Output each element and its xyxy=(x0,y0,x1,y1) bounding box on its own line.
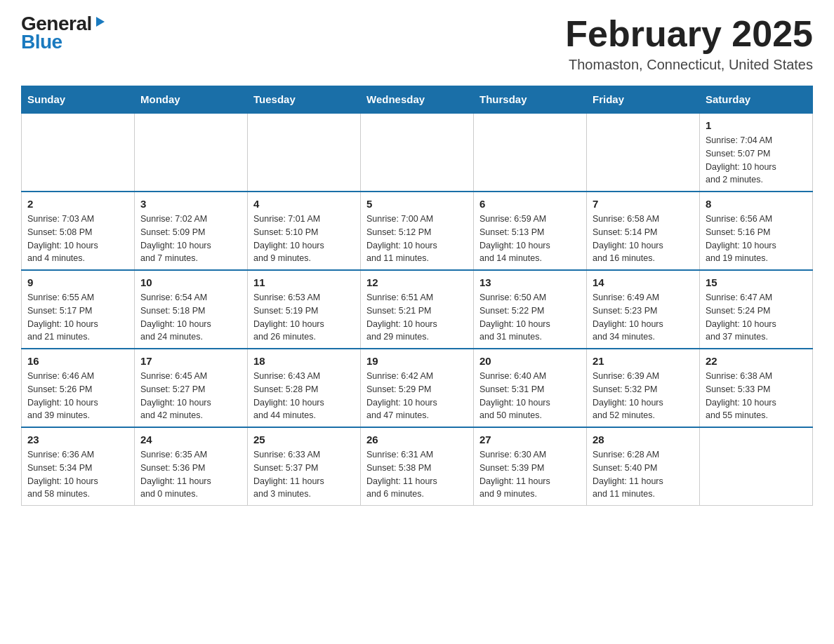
calendar-cell: 7Sunrise: 6:58 AMSunset: 5:14 PMDaylight… xyxy=(587,192,700,270)
day-info: Sunrise: 7:03 AMSunset: 5:08 PMDaylight:… xyxy=(27,213,128,265)
day-number: 22 xyxy=(706,355,807,367)
day-info: Sunrise: 6:51 AMSunset: 5:21 PMDaylight:… xyxy=(366,291,468,344)
day-number: 10 xyxy=(140,276,241,288)
calendar-cell: 5Sunrise: 7:00 AMSunset: 5:12 PMDaylight… xyxy=(361,192,474,270)
day-number: 24 xyxy=(140,434,241,445)
day-number: 18 xyxy=(253,355,355,367)
calendar-header-monday: Monday xyxy=(135,86,248,114)
calendar-cell xyxy=(474,113,587,192)
day-info: Sunrise: 7:00 AMSunset: 5:12 PMDaylight:… xyxy=(366,213,468,265)
day-info: Sunrise: 6:46 AMSunset: 5:26 PMDaylight:… xyxy=(27,370,128,422)
day-number: 26 xyxy=(366,434,468,445)
calendar-cell: 24Sunrise: 6:35 AMSunset: 5:36 PMDayligh… xyxy=(135,427,248,506)
day-number: 1 xyxy=(706,119,807,131)
calendar-week-row-2: 2Sunrise: 7:03 AMSunset: 5:08 PMDaylight… xyxy=(22,192,813,270)
day-info: Sunrise: 6:33 AMSunset: 5:37 PMDaylight:… xyxy=(253,448,355,501)
calendar-cell: 17Sunrise: 6:45 AMSunset: 5:27 PMDayligh… xyxy=(135,349,248,427)
calendar-cell: 25Sunrise: 6:33 AMSunset: 5:37 PMDayligh… xyxy=(248,427,361,506)
day-number: 23 xyxy=(27,434,128,445)
day-info: Sunrise: 6:36 AMSunset: 5:34 PMDaylight:… xyxy=(27,448,128,501)
calendar-cell xyxy=(361,113,474,192)
day-info: Sunrise: 6:59 AMSunset: 5:13 PMDaylight:… xyxy=(479,213,581,265)
day-number: 13 xyxy=(479,276,581,288)
calendar-header-sunday: Sunday xyxy=(22,86,135,114)
svg-marker-0 xyxy=(96,17,105,27)
calendar-header-tuesday: Tuesday xyxy=(248,86,361,114)
calendar-cell: 18Sunrise: 6:43 AMSunset: 5:28 PMDayligh… xyxy=(248,349,361,427)
logo-area: General Blue xyxy=(21,14,106,52)
day-info: Sunrise: 6:54 AMSunset: 5:18 PMDaylight:… xyxy=(140,291,241,344)
calendar-cell: 9Sunrise: 6:55 AMSunset: 5:17 PMDaylight… xyxy=(22,270,135,349)
day-info: Sunrise: 6:30 AMSunset: 5:39 PMDaylight:… xyxy=(479,448,581,501)
calendar-cell: 3Sunrise: 7:02 AMSunset: 5:09 PMDaylight… xyxy=(135,192,248,270)
day-number: 3 xyxy=(140,198,241,210)
day-info: Sunrise: 6:40 AMSunset: 5:31 PMDaylight:… xyxy=(479,370,581,422)
calendar-cell: 2Sunrise: 7:03 AMSunset: 5:08 PMDaylight… xyxy=(22,192,135,270)
calendar-header-saturday: Saturday xyxy=(700,86,813,114)
day-info: Sunrise: 6:49 AMSunset: 5:23 PMDaylight:… xyxy=(593,291,694,344)
calendar-cell: 10Sunrise: 6:54 AMSunset: 5:18 PMDayligh… xyxy=(135,270,248,349)
calendar-subtitle: Thomaston, Connecticut, United States xyxy=(565,57,813,73)
calendar-table: SundayMondayTuesdayWednesdayThursdayFrid… xyxy=(21,86,813,506)
day-info: Sunrise: 6:39 AMSunset: 5:32 PMDaylight:… xyxy=(593,370,694,422)
day-number: 21 xyxy=(593,355,694,367)
day-info: Sunrise: 6:31 AMSunset: 5:38 PMDaylight:… xyxy=(366,448,468,501)
day-number: 8 xyxy=(706,198,807,210)
day-number: 5 xyxy=(366,198,468,210)
page-header: General Blue February 2025 Thomaston, Co… xyxy=(21,14,813,73)
calendar-cell: 15Sunrise: 6:47 AMSunset: 5:24 PMDayligh… xyxy=(700,270,813,349)
day-info: Sunrise: 6:47 AMSunset: 5:24 PMDaylight:… xyxy=(706,291,807,344)
calendar-cell: 26Sunrise: 6:31 AMSunset: 5:38 PMDayligh… xyxy=(361,427,474,506)
day-number: 2 xyxy=(27,198,128,210)
day-info: Sunrise: 6:43 AMSunset: 5:28 PMDaylight:… xyxy=(253,370,355,422)
calendar-header-row: SundayMondayTuesdayWednesdayThursdayFrid… xyxy=(22,86,813,114)
day-number: 14 xyxy=(593,276,694,288)
calendar-cell: 4Sunrise: 7:01 AMSunset: 5:10 PMDaylight… xyxy=(248,192,361,270)
calendar-cell: 11Sunrise: 6:53 AMSunset: 5:19 PMDayligh… xyxy=(248,270,361,349)
calendar-week-row-3: 9Sunrise: 6:55 AMSunset: 5:17 PMDaylight… xyxy=(22,270,813,349)
day-number: 9 xyxy=(27,276,128,288)
day-info: Sunrise: 6:55 AMSunset: 5:17 PMDaylight:… xyxy=(27,291,128,344)
day-info: Sunrise: 6:50 AMSunset: 5:22 PMDaylight:… xyxy=(479,291,581,344)
day-number: 15 xyxy=(706,276,807,288)
calendar-cell xyxy=(587,113,700,192)
calendar-cell xyxy=(135,113,248,192)
calendar-week-row-1: 1Sunrise: 7:04 AMSunset: 5:07 PMDaylight… xyxy=(22,113,813,192)
day-info: Sunrise: 7:01 AMSunset: 5:10 PMDaylight:… xyxy=(253,213,355,265)
calendar-cell: 21Sunrise: 6:39 AMSunset: 5:32 PMDayligh… xyxy=(587,349,700,427)
calendar-cell: 12Sunrise: 6:51 AMSunset: 5:21 PMDayligh… xyxy=(361,270,474,349)
day-number: 16 xyxy=(27,355,128,367)
calendar-week-row-4: 16Sunrise: 6:46 AMSunset: 5:26 PMDayligh… xyxy=(22,349,813,427)
day-info: Sunrise: 7:02 AMSunset: 5:09 PMDaylight:… xyxy=(140,213,241,265)
calendar-cell xyxy=(248,113,361,192)
day-number: 27 xyxy=(479,434,581,445)
day-number: 7 xyxy=(593,198,694,210)
calendar-header-wednesday: Wednesday xyxy=(361,86,474,114)
calendar-cell xyxy=(700,427,813,506)
calendar-cell: 23Sunrise: 6:36 AMSunset: 5:34 PMDayligh… xyxy=(22,427,135,506)
title-area: February 2025 Thomaston, Connecticut, Un… xyxy=(565,14,813,73)
calendar-header-friday: Friday xyxy=(587,86,700,114)
day-info: Sunrise: 6:42 AMSunset: 5:29 PMDaylight:… xyxy=(366,370,468,422)
day-info: Sunrise: 6:28 AMSunset: 5:40 PMDaylight:… xyxy=(593,448,694,501)
day-number: 6 xyxy=(479,198,581,210)
calendar-cell: 20Sunrise: 6:40 AMSunset: 5:31 PMDayligh… xyxy=(474,349,587,427)
day-info: Sunrise: 6:53 AMSunset: 5:19 PMDaylight:… xyxy=(253,291,355,344)
day-number: 28 xyxy=(593,434,694,445)
calendar-cell: 13Sunrise: 6:50 AMSunset: 5:22 PMDayligh… xyxy=(474,270,587,349)
day-number: 11 xyxy=(253,276,355,288)
logo-arrow-icon xyxy=(93,15,106,31)
day-number: 25 xyxy=(253,434,355,445)
calendar-cell: 22Sunrise: 6:38 AMSunset: 5:33 PMDayligh… xyxy=(700,349,813,427)
calendar-cell: 6Sunrise: 6:59 AMSunset: 5:13 PMDaylight… xyxy=(474,192,587,270)
calendar-header-thursday: Thursday xyxy=(474,86,587,114)
calendar-cell: 16Sunrise: 6:46 AMSunset: 5:26 PMDayligh… xyxy=(22,349,135,427)
day-info: Sunrise: 6:38 AMSunset: 5:33 PMDaylight:… xyxy=(706,370,807,422)
day-number: 19 xyxy=(366,355,468,367)
calendar-cell: 27Sunrise: 6:30 AMSunset: 5:39 PMDayligh… xyxy=(474,427,587,506)
day-info: Sunrise: 6:35 AMSunset: 5:36 PMDaylight:… xyxy=(140,448,241,501)
calendar-cell: 1Sunrise: 7:04 AMSunset: 5:07 PMDaylight… xyxy=(700,113,813,192)
day-info: Sunrise: 6:45 AMSunset: 5:27 PMDaylight:… xyxy=(140,370,241,422)
calendar-cell: 28Sunrise: 6:28 AMSunset: 5:40 PMDayligh… xyxy=(587,427,700,506)
calendar-title: February 2025 xyxy=(565,14,813,54)
